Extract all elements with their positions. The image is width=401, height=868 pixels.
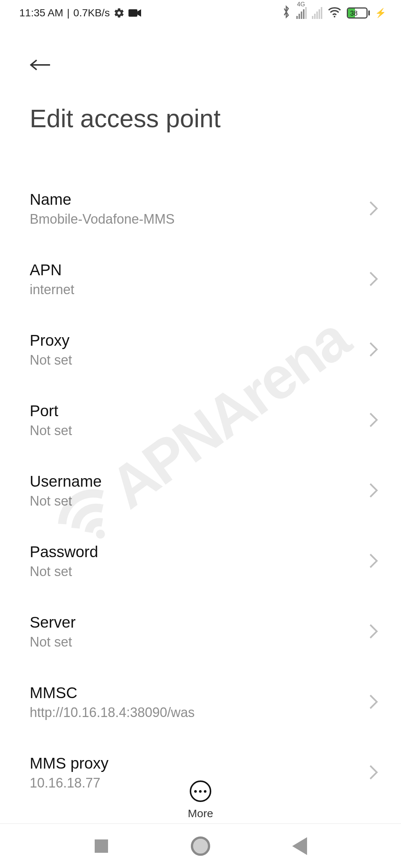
triangle-left-icon (292, 837, 307, 855)
chevron-right-icon (368, 764, 379, 782)
setting-row-port[interactable]: Port Not set (0, 385, 401, 456)
setting-value: internet (30, 282, 368, 297)
setting-row-mmsc[interactable]: MMSC http://10.16.18.4:38090/was (0, 667, 401, 737)
chevron-right-icon (368, 200, 379, 218)
setting-value: Not set (30, 423, 368, 438)
more-button[interactable]: More (188, 780, 213, 820)
setting-label: MMS proxy (30, 754, 368, 772)
setting-value: Not set (30, 634, 368, 650)
more-icon (190, 780, 211, 802)
setting-label: APN (30, 261, 368, 279)
more-label: More (188, 807, 213, 820)
page-title: Edit access point (30, 104, 371, 133)
chevron-right-icon (368, 341, 379, 359)
bottom-action-bar: More (0, 780, 401, 820)
nav-recents-button[interactable] (87, 831, 116, 861)
navigation-bar (0, 823, 401, 868)
battery-percent: 38 (350, 10, 358, 17)
setting-value: Bmobile-Vodafone-MMS (30, 211, 368, 227)
chevron-right-icon (368, 482, 379, 500)
chevron-right-icon (368, 553, 379, 570)
circle-icon (191, 836, 210, 856)
status-bar: 11:35 AM | 0.7KB/s 4G 38 ⚡ (0, 0, 401, 26)
signal-sim1-icon: 4G (296, 7, 307, 19)
header: Edit access point (0, 26, 401, 137)
network-type-label: 4G (297, 1, 305, 8)
setting-label: Username (30, 473, 368, 490)
chevron-right-icon (368, 271, 379, 288)
nav-home-button[interactable] (186, 831, 215, 861)
setting-label: Proxy (30, 332, 368, 349)
setting-row-server[interactable]: Server Not set (0, 596, 401, 667)
setting-row-password[interactable]: Password Not set (0, 526, 401, 596)
status-data-rate: 0.7KB/s (74, 7, 110, 19)
bluetooth-icon (281, 5, 291, 21)
square-icon (95, 839, 108, 853)
svg-rect-0 (128, 9, 137, 17)
settings-list: Name Bmobile-Vodafone-MMS APN internet P… (0, 174, 401, 791)
chevron-right-icon (368, 694, 379, 711)
setting-value: Not set (30, 564, 368, 579)
setting-value: http://10.16.18.4:38090/was (30, 705, 368, 720)
chevron-right-icon (368, 623, 379, 641)
setting-row-username[interactable]: Username Not set (0, 456, 401, 526)
back-button[interactable] (27, 52, 53, 78)
status-time: 11:35 AM (19, 7, 63, 19)
setting-label: Server (30, 614, 368, 631)
setting-row-apn[interactable]: APN internet (0, 244, 401, 315)
charging-icon: ⚡ (375, 8, 386, 18)
gear-icon (114, 7, 125, 19)
setting-label: Password (30, 543, 368, 561)
signal-sim2-icon (312, 7, 322, 19)
setting-value: Not set (30, 493, 368, 509)
status-separator: | (67, 7, 69, 19)
svg-point-1 (334, 16, 335, 17)
setting-row-proxy[interactable]: Proxy Not set (0, 315, 401, 385)
setting-label: Port (30, 402, 368, 420)
nav-back-button[interactable] (285, 831, 314, 861)
chevron-right-icon (368, 412, 379, 429)
wifi-icon (327, 6, 342, 20)
setting-label: Name (30, 191, 368, 208)
battery-icon: 38 (347, 7, 370, 19)
setting-value: Not set (30, 352, 368, 368)
setting-row-name[interactable]: Name Bmobile-Vodafone-MMS (0, 174, 401, 244)
setting-label: MMSC (30, 684, 368, 702)
camera-icon (128, 9, 141, 17)
